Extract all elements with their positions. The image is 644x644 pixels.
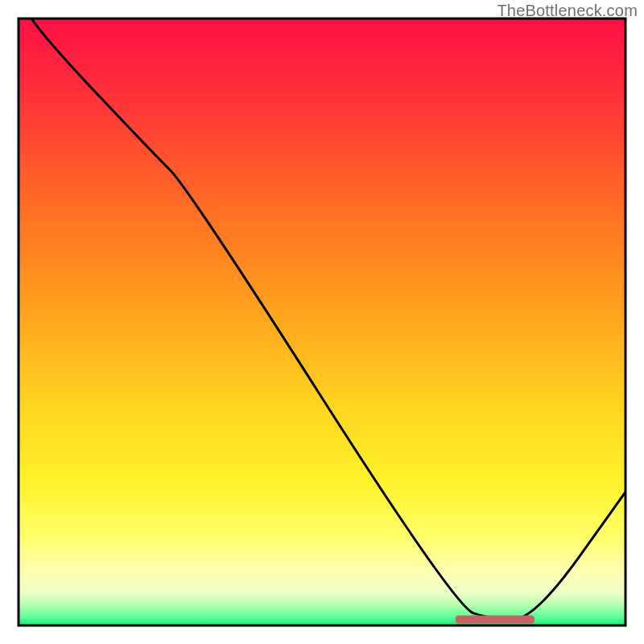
optimal-range-marker: [456, 615, 535, 623]
plot-background: [19, 19, 625, 625]
watermark-text: TheBottleneck.com: [497, 2, 638, 20]
chart-stage: TheBottleneck.com: [0, 0, 644, 644]
bottleneck-plot: [0, 0, 644, 644]
